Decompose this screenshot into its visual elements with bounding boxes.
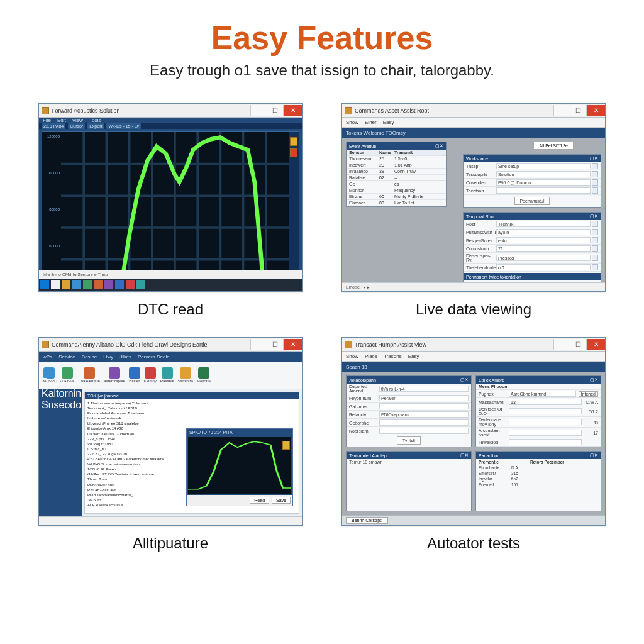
table-row[interactable]: Ratalise02-- [347, 175, 446, 181]
minimize-button[interactable]: — [553, 339, 570, 350]
menubar[interactable]: File Edit View Tools [39, 118, 302, 123]
tab[interactable]: Pervera Seele [138, 354, 170, 360]
ribbon-button[interactable]: Samintro [178, 367, 193, 383]
footer-link[interactable]: Finsecture: Tealck InfoAres [464, 280, 601, 282]
input-field[interactable]: AsroQbneikmnmd [509, 391, 576, 397]
scope-modal[interactable]: SPIC/TO 70-214 PITA Read Save [186, 428, 293, 506]
input-field[interactable] [509, 408, 582, 414]
panel-close-icon[interactable]: ▢✕ [590, 377, 598, 382]
task-icon[interactable] [62, 280, 70, 289]
marker-icon[interactable] [290, 148, 297, 157]
tab[interactable]: Liwy [103, 354, 113, 360]
panel-close-icon[interactable]: ▢✕ [435, 143, 443, 148]
left-nav-panel[interactable]: Rotceao Kaltornin Suseodo [39, 389, 82, 516]
titlebar[interactable]: CommandAlenny Albano GlO Cdk Flehd Oravl… [39, 338, 302, 352]
panel-close-icon[interactable]: ▢✕ [460, 377, 469, 382]
titlebar[interactable]: Forward Acoustics Solution — ☐ ✕ [39, 104, 302, 118]
task-icon[interactable] [104, 280, 113, 289]
tab[interactable]: Jibes [119, 354, 131, 360]
input-field[interactable]: ayo.h [496, 229, 591, 235]
submit-button[interactable]: Tyntsil [397, 436, 421, 445]
maximize-button[interactable]: ☐ [570, 339, 586, 350]
dropdown-icon[interactable] [592, 245, 598, 252]
input-field[interactable]: o.0 [496, 264, 591, 270]
task-icon[interactable] [115, 280, 124, 289]
panel-header[interactable]: Temporal Root ▢✕ [464, 213, 601, 220]
table-row[interactable]: Einzns60Monty Pr.Brete [347, 194, 446, 200]
panel-close-icon[interactable]: ▢✕ [590, 214, 598, 219]
tab[interactable]: Basine [82, 354, 97, 360]
modal-save-button[interactable]: Save [272, 497, 291, 504]
menu-item[interactable]: Show [346, 353, 358, 359]
table-row[interactable]: Ihcewert201.01 Anb [347, 162, 446, 169]
menu-item[interactable]: Trasons [384, 353, 402, 359]
menu-item[interactable]: Easy [383, 119, 394, 125]
minimize-button[interactable]: — [553, 105, 570, 116]
scope-toolbar[interactable]: 22.0 PA04 Cursor Export Wk-Ds - 15 - Or [39, 123, 302, 129]
titlebar[interactable]: Commands Asset Assist Root — ☐ ✕ [342, 104, 605, 118]
tab[interactable]: Service [58, 354, 75, 360]
task-icon[interactable] [83, 280, 92, 289]
toolbar-item[interactable]: Wk-Ds - 15 - Or [106, 123, 141, 129]
dropdown-icon[interactable] [592, 163, 598, 169]
task-icon[interactable] [136, 280, 145, 289]
close-button[interactable]: ✕ [586, 339, 605, 350]
toolbar-item[interactable]: Export [87, 123, 104, 129]
tab[interactable]: Seacn 13 [346, 364, 367, 370]
toolbar-item[interactable]: Cursor [68, 123, 85, 129]
menu-item[interactable]: View [72, 118, 83, 123]
input-field[interactable] [379, 403, 469, 409]
menu-item[interactable]: Tools [89, 118, 101, 123]
menu-item[interactable]: Show [346, 119, 358, 125]
menu-item[interactable]: Einer [365, 119, 377, 125]
tab-strip[interactable]: Tokens Welcome TOOmsy [342, 128, 605, 138]
input-field[interactable] [509, 430, 582, 436]
ribbon-button[interactable]: Monotre [197, 367, 211, 383]
panel-close-icon[interactable]: ▢✕ [590, 453, 598, 458]
input-field[interactable]: Solution [496, 171, 591, 177]
toolbar-item[interactable]: 22.0 PA04 [42, 123, 65, 129]
menu-item[interactable]: Edit [57, 118, 66, 123]
table-row[interactable]: Gees [347, 181, 446, 187]
menu-item[interactable]: Easy [408, 353, 419, 359]
dropdown-icon[interactable] [592, 255, 598, 261]
input-field[interactable]: 71 [496, 245, 591, 252]
scope-plot-area[interactable]: 128000 100000 80000 60000 40000 20000 0 [42, 131, 299, 270]
marker-icon[interactable] [290, 137, 297, 146]
input-field[interactable]: Sine setup [496, 163, 591, 169]
menubar[interactable]: Show Place Trasons Easy [342, 352, 605, 362]
side-button[interactable]: Intened [579, 391, 598, 397]
scope-plot[interactable] [61, 132, 289, 270]
tab[interactable]: wPs [43, 354, 52, 360]
maximize-button[interactable]: ☐ [570, 105, 586, 116]
task-icon[interactable] [94, 280, 103, 289]
close-button[interactable]: ✕ [586, 105, 605, 116]
ribbon-button[interactable]: Rasable [160, 367, 174, 383]
os-taskbar[interactable] [39, 279, 302, 291]
panel-close-icon[interactable]: ▢✕ [590, 156, 598, 161]
dropdown-icon[interactable] [592, 171, 598, 177]
input-field[interactable]: Pressos [496, 255, 591, 261]
close-button[interactable]: ✕ [283, 105, 302, 116]
input-field[interactable] [496, 187, 591, 194]
minimize-button[interactable]: — [250, 105, 267, 116]
bottom-button[interactable]: Berihn Chrstrpd [346, 517, 388, 524]
task-icon[interactable] [126, 280, 135, 289]
dropdown-icon[interactable] [592, 237, 598, 243]
dropdown-icon[interactable] [592, 264, 598, 270]
dropdown-icon[interactable] [592, 221, 598, 227]
panel-header[interactable]: Event Avenue ▢✕ [347, 142, 446, 150]
task-icon[interactable] [72, 280, 81, 289]
dropdown-icon[interactable] [592, 229, 598, 235]
input-field[interactable]: th'h ro L-h-4 [379, 386, 469, 392]
start-icon[interactable] [40, 280, 49, 289]
task-icon[interactable] [51, 280, 60, 289]
input-field[interactable] [509, 419, 582, 425]
menu-item[interactable]: Place [365, 353, 377, 359]
input-field[interactable]: 13 [509, 399, 582, 405]
table-row[interactable]: Thomesem251.5iv.0 [347, 156, 446, 162]
maximize-button[interactable]: ☐ [267, 105, 283, 116]
menu-item[interactable]: File [43, 118, 51, 123]
table-row[interactable]: MonitorFrequency [347, 187, 446, 194]
action-button[interactable]: All Pel:SiTJ:3e [533, 142, 574, 150]
